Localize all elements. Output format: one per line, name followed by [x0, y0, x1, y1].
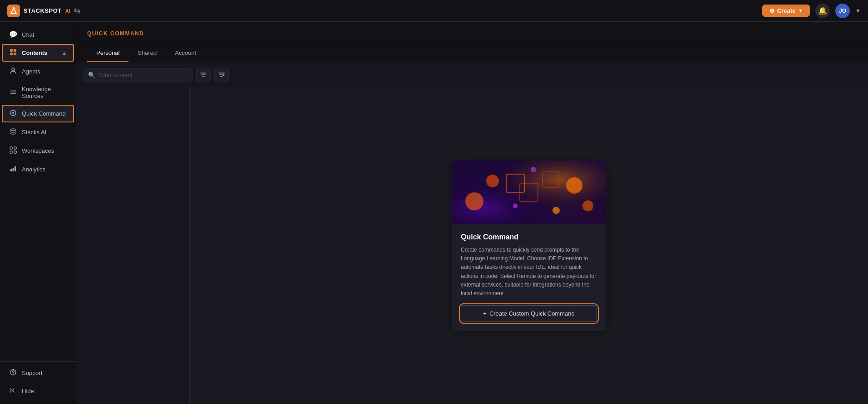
sort-button[interactable]: [214, 68, 229, 82]
create-label: Create: [777, 7, 795, 14]
split-view: Quick Command Create commands to quickly…: [76, 88, 868, 404]
notification-button[interactable]: 🔔: [815, 4, 830, 18]
logo-icon: [7, 5, 20, 17]
card-description: Create commands to quickly send prompts …: [461, 246, 597, 298]
svg-rect-10: [10, 93, 16, 94]
tabs-row: Personal Shared Account: [76, 41, 868, 62]
left-panel: [76, 88, 190, 404]
sidebar-label-support: Support: [22, 370, 43, 376]
page-title: QUICK COMMAND: [87, 30, 144, 37]
svg-rect-0: [7, 5, 20, 17]
sidebar: 💬 Chat Contents ▲ Agents Knowledge Sourc…: [0, 22, 76, 404]
sidebar-item-quick-command[interactable]: Quick Command: [2, 105, 74, 122]
svg-point-32: [465, 192, 483, 210]
topbar-left: STACKSPOT AI: [7, 5, 80, 17]
sidebar-item-contents[interactable]: Contents ▲: [2, 44, 74, 62]
right-panel: Quick Command Create commands to quickly…: [190, 88, 868, 404]
tab-account-label: Account: [175, 49, 196, 56]
sidebar-label-knowledge-sources: Knowledge Sources: [22, 86, 67, 99]
content-area: QUICK COMMAND Personal Shared Account 🔍: [76, 22, 868, 404]
sidebar-label-chat: Chat: [22, 31, 34, 38]
svg-point-33: [582, 200, 593, 211]
hide-icon: [9, 387, 17, 395]
svg-point-13: [10, 129, 16, 131]
sidebar-item-stacks-ai[interactable]: Stacks AI: [2, 123, 74, 141]
svg-point-12: [12, 112, 14, 114]
card-body: Quick Command Create commands to quickly…: [452, 224, 606, 331]
svg-point-7: [12, 68, 15, 71]
search-input[interactable]: [84, 68, 192, 82]
sidebar-item-support[interactable]: Support: [2, 364, 74, 382]
toolbar: 🔍: [76, 62, 868, 88]
card-decoration: [452, 161, 606, 224]
svg-rect-3: [10, 49, 13, 52]
card-image: [452, 161, 606, 224]
sidebar-label-agents: Agents: [22, 68, 40, 75]
sidebar-label-workspaces: Workspaces: [22, 147, 54, 154]
svg-rect-17: [14, 151, 16, 153]
workspaces-icon: [9, 146, 17, 155]
agents-icon: [9, 67, 17, 76]
filter-icon: [200, 72, 207, 78]
svg-point-30: [486, 175, 499, 187]
tab-account[interactable]: Account: [166, 45, 205, 62]
support-icon: [9, 369, 17, 377]
cta-plus-icon: +: [483, 310, 487, 317]
avatar[interactable]: JO: [835, 4, 850, 18]
page-header: QUICK COMMAND: [76, 22, 868, 41]
sort-icon: [218, 72, 225, 78]
avatar-initials: JO: [839, 8, 846, 14]
sidebar-label-quick-command: Quick Command: [22, 110, 66, 117]
avatar-chevron-icon[interactable]: ▼: [855, 8, 861, 14]
svg-rect-14: [10, 147, 12, 149]
tab-shared-label: Shared: [138, 49, 157, 56]
search-wrap: 🔍: [84, 68, 192, 82]
svg-point-34: [531, 167, 536, 172]
filter-button[interactable]: [196, 68, 211, 82]
svg-point-31: [566, 177, 582, 194]
svg-point-22: [13, 374, 13, 374]
svg-rect-20: [15, 166, 16, 171]
swap-icon[interactable]: [74, 8, 80, 14]
stacks-ai-icon: [9, 128, 17, 136]
contents-toggle-arrow: ▲: [62, 50, 67, 56]
sidebar-item-workspaces[interactable]: Workspaces: [2, 142, 74, 160]
card-title: Quick Command: [461, 233, 597, 241]
cta-label: Create Custom Quick Command: [489, 310, 575, 317]
sidebar-label-analytics: Analytics: [22, 166, 45, 173]
topbar-right: ⊕ Create ▼ 🔔 JO ▼: [762, 4, 861, 18]
knowledge-icon: [9, 88, 17, 97]
sidebar-bottom: Support Hide: [0, 361, 76, 400]
sidebar-item-agents[interactable]: Agents: [2, 63, 74, 80]
create-chevron-icon: ▼: [798, 8, 803, 13]
feature-card: Quick Command Create commands to quickly…: [452, 161, 606, 331]
main-layout: 💬 Chat Contents ▲ Agents Knowledge Sourc…: [0, 22, 868, 404]
bell-icon: 🔔: [818, 6, 827, 15]
quick-command-icon: [9, 109, 17, 118]
sidebar-item-hide[interactable]: Hide: [2, 382, 74, 400]
sidebar-item-chat[interactable]: 💬 Chat: [2, 26, 74, 43]
topbar: STACKSPOT AI ⊕ Create ▼ 🔔 JO ▼: [0, 0, 868, 22]
sidebar-label-stacks-ai: Stacks AI: [22, 129, 46, 136]
svg-rect-6: [14, 53, 16, 55]
logo-sub: AI: [65, 8, 70, 14]
tab-shared[interactable]: Shared: [128, 45, 166, 62]
chat-icon: 💬: [9, 30, 17, 39]
contents-icon: [9, 49, 17, 57]
svg-rect-18: [10, 169, 12, 171]
sidebar-label-contents: Contents: [22, 49, 57, 56]
tab-personal[interactable]: Personal: [87, 45, 128, 62]
svg-point-2: [13, 7, 15, 9]
sidebar-item-analytics[interactable]: Analytics: [2, 161, 74, 178]
analytics-icon: [9, 165, 17, 174]
create-button[interactable]: ⊕ Create ▼: [762, 5, 810, 17]
sidebar-item-knowledge-sources[interactable]: Knowledge Sources: [2, 81, 74, 104]
tab-personal-label: Personal: [96, 49, 119, 56]
svg-rect-16: [10, 151, 12, 153]
create-custom-quick-command-button[interactable]: + Create Custom Quick Command: [461, 305, 597, 322]
svg-point-36: [513, 204, 518, 208]
create-plus-icon: ⊕: [769, 7, 774, 14]
svg-point-35: [552, 207, 560, 214]
svg-rect-15: [14, 147, 16, 149]
svg-rect-19: [13, 168, 14, 171]
